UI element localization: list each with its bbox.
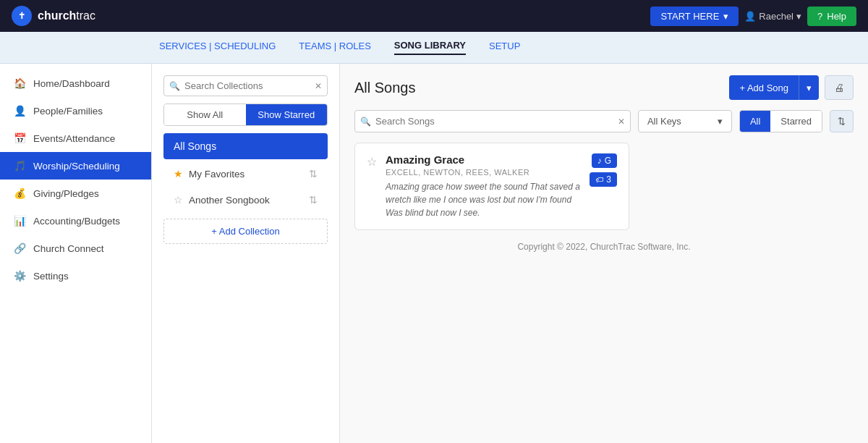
sidebar-item-worship[interactable]: 🎵 Worship/Scheduling	[0, 152, 151, 180]
song-card[interactable]: ☆ Amazing Grace EXCELL, NEWTON, REES, WA…	[354, 143, 629, 230]
sidebar-item-people[interactable]: 👤 People/Families	[0, 97, 151, 125]
sort-button[interactable]: ⇅	[830, 110, 854, 132]
reorder-icon: ⇅	[309, 168, 318, 180]
logo-icon: ✝	[12, 6, 32, 26]
connect-icon: 🔗	[13, 242, 26, 255]
music-note-icon: ♪	[597, 156, 602, 166]
star-filled-icon: ★	[174, 168, 183, 180]
user-icon: 👤	[744, 11, 756, 22]
sidebar-item-settings[interactable]: ⚙️ Settings	[0, 262, 151, 290]
song-name: Amazing Grace	[386, 153, 581, 166]
giving-icon: 💰	[13, 187, 26, 200]
accounting-icon: 📊	[13, 214, 26, 227]
chevron-down-icon: ▾	[723, 11, 728, 22]
search-collections-input[interactable]	[163, 75, 328, 96]
music-icon: 🎵	[13, 159, 26, 172]
filter-tabs: All Starred	[739, 110, 822, 132]
add-song-dropdown-button[interactable]: ▾	[799, 75, 819, 100]
help-icon: ?	[817, 11, 822, 22]
right-panel-header: All Songs + Add Song ▾ 🖨	[354, 75, 854, 100]
search-collections-wrap: 🔍 ✕	[163, 75, 328, 96]
logo-text: churchtrac	[38, 9, 95, 22]
right-panel: All Songs + Add Song ▾ 🖨 🔍	[340, 64, 868, 443]
left-panel: 🔍 ✕ Show All Show Starred All Songs ★ My…	[152, 64, 340, 443]
footer: Copyright © 2022, ChurchTrac Software, I…	[354, 230, 854, 263]
show-starred-button[interactable]: Show Starred	[246, 104, 328, 125]
show-toggle: Show All Show Starred	[163, 104, 328, 126]
add-song-group: + Add Song ▾	[729, 75, 819, 100]
sort-icon: ⇅	[838, 116, 846, 127]
add-song-button[interactable]: + Add Song	[729, 75, 799, 100]
collection-my-favorites[interactable]: ★ My Favorites ⇅	[163, 161, 328, 187]
sidebar-item-giving[interactable]: 💰 Giving/Pledges	[0, 180, 151, 207]
add-collection-button[interactable]: + Add Collection	[163, 219, 328, 244]
star-empty-icon: ☆	[174, 194, 183, 206]
content-area: 🔍 ✕ Show All Show Starred All Songs ★ My…	[152, 64, 868, 443]
show-all-button[interactable]: Show All	[164, 104, 246, 125]
main-layout: 🏠 Home/Dashboard 👤 People/Families 📅 Eve…	[0, 64, 868, 443]
keys-dropdown[interactable]: All Keys ▾	[638, 110, 732, 132]
chevron-down-icon: ▾	[796, 11, 801, 22]
start-here-button[interactable]: START HERE ▾	[650, 7, 739, 26]
help-button[interactable]: ? Help	[807, 7, 856, 26]
logo-area: ✝ churchtrac	[12, 6, 95, 26]
sidebar-item-accounting[interactable]: 📊 Accounting/Budgets	[0, 207, 151, 235]
page-title: All Songs	[354, 80, 416, 96]
nav-setup[interactable]: SETUP	[489, 41, 520, 54]
songs-list: ☆ Amazing Grace EXCELL, NEWTON, REES, WA…	[354, 143, 854, 230]
top-navigation: ✝ churchtrac START HERE ▾ 👤 Raechel ▾ ? …	[0, 0, 868, 32]
print-icon: 🖨	[834, 82, 844, 93]
user-menu-button[interactable]: 👤 Raechel ▾	[744, 11, 801, 22]
top-nav-right: START HERE ▾ 👤 Raechel ▾ ? Help	[650, 7, 856, 26]
settings-icon: ⚙️	[13, 269, 26, 282]
sidebar-item-home[interactable]: 🏠 Home/Dashboard	[0, 69, 151, 97]
search-songs-wrap: 🔍 ✕	[354, 110, 631, 132]
home-icon: 🏠	[13, 77, 26, 90]
search-filter-row: 🔍 ✕ All Keys ▾ All Starred ⇅	[354, 110, 854, 132]
nav-songlibrary[interactable]: SONG LIBRARY	[394, 40, 466, 55]
search-icon: 🔍	[169, 81, 180, 91]
song-tags-badge: 🏷 3	[590, 172, 617, 187]
filter-all-tab[interactable]: All	[740, 111, 770, 132]
clear-icon[interactable]: ✕	[315, 81, 322, 91]
song-badges: ♪ G 🏷 3	[590, 153, 617, 187]
chevron-down-icon: ▾	[718, 116, 723, 127]
sub-navigation: SERVICES | SCHEDULING TEAMS | ROLES SONG…	[0, 32, 868, 64]
people-icon: 👤	[13, 104, 26, 117]
nav-teams[interactable]: TEAMS | ROLES	[299, 41, 370, 54]
chevron-down-icon: ▾	[807, 83, 812, 93]
song-star-button[interactable]: ☆	[367, 153, 377, 169]
sidebar-item-churchconnect[interactable]: 🔗 Church Connect	[0, 235, 151, 262]
header-actions: + Add Song ▾ 🖨	[729, 75, 854, 100]
all-songs-item[interactable]: All Songs	[163, 133, 328, 159]
song-authors: EXCELL, NEWTON, REES, WALKER	[386, 168, 581, 177]
collection-another-songbook[interactable]: ☆ Another Songbook ⇅	[163, 187, 328, 213]
tag-icon: 🏷	[595, 175, 603, 184]
reorder-icon: ⇅	[309, 194, 318, 206]
print-button[interactable]: 🖨	[825, 75, 854, 100]
clear-search-icon[interactable]: ✕	[618, 117, 625, 127]
nav-services[interactable]: SERVICES | SCHEDULING	[159, 41, 276, 54]
song-preview: Amazing grace how sweet the sound That s…	[386, 180, 581, 219]
calendar-icon: 📅	[13, 132, 26, 145]
song-key-badge: ♪ G	[592, 153, 617, 168]
filter-starred-tab[interactable]: Starred	[770, 111, 822, 132]
sidebar-item-events[interactable]: 📅 Events/Attendance	[0, 125, 151, 152]
sidebar: 🏠 Home/Dashboard 👤 People/Families 📅 Eve…	[0, 64, 152, 443]
search-songs-input[interactable]	[354, 110, 631, 132]
search-icon: 🔍	[360, 117, 371, 127]
song-info: Amazing Grace EXCELL, NEWTON, REES, WALK…	[386, 153, 581, 219]
